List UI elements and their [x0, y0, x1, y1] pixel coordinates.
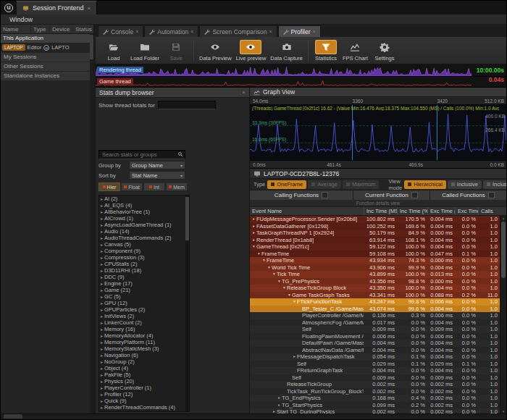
event-row[interactable]: ▸Start TG_DuringPhysics 0.002 ms 0.0 % 0…: [250, 408, 500, 413]
scrollbar-thumb[interactable]: [185, 197, 189, 240]
expander-icon[interactable]: ▸: [99, 392, 104, 397]
tab-automation[interactable]: Automation ×: [144, 25, 198, 37]
stat-group-rhi[interactable]: ▸ RHI (11): [99, 411, 185, 412]
expander-icon[interactable]: ▸: [99, 274, 104, 280]
expander-icon[interactable]: ▸: [99, 327, 104, 332]
event-row[interactable]: ▾FrameTime 59.108 ms 100.0 % 0.047 ms 0.…: [250, 251, 500, 258]
stat-filter-int[interactable]: Int: [143, 182, 165, 191]
stat-group-aicrowd[interactable]: ▸ AICrowd (1): [99, 215, 185, 222]
stat-group-profiler[interactable]: ▸ Profiler (12): [99, 391, 185, 398]
graph-time-ruler-bottom[interactable]: 0.0ms 461.4s 469.9s 0.0 KB: [250, 160, 506, 168]
expander-icon[interactable]: ▸: [99, 222, 104, 227]
expander-icon[interactable]: ▾: [272, 271, 277, 278]
expander-icon[interactable]: ▸: [99, 385, 104, 390]
expander-icon[interactable]: ▾: [277, 278, 282, 285]
stat-group-renderthreadcommands[interactable]: ▸ RenderThreadCommands (4): [99, 404, 185, 411]
expander-icon[interactable]: ▸: [99, 248, 104, 253]
close-panel-icon[interactable]: ×: [242, 89, 246, 96]
event-row[interactable]: ▸FMessageDispatchTask 0.054 ms 0.1 % 0.0…: [250, 353, 500, 361]
timeline-overview[interactable]: Rendering thread Game thread 10:00.00s 0…: [96, 64, 506, 88]
expander-icon[interactable]: ▾: [267, 264, 272, 272]
col-inc-time-pct[interactable]: Inc Time (%): [397, 207, 427, 215]
expander-icon[interactable]: ▾: [256, 251, 261, 258]
graph-view-header[interactable]: Graph View: [250, 88, 506, 97]
profiler-session-header[interactable]: LAPTOP-0CD27B8L-12376: [250, 169, 506, 179]
event-row[interactable]: ▾FTickFunctionTask 43.247 ms 99.8 % 0.00…: [250, 298, 500, 306]
event-row[interactable]: ▸RenderThread [0x1ab8] 63.914 ms 108.1 %…: [250, 237, 500, 244]
session-this-application[interactable]: This Application: [1, 34, 93, 43]
event-row[interactable]: Self 0.009 ms 0.0 % 0.009 ms 0.0 % 1.0: [250, 374, 500, 382]
panel-options-icon[interactable]: [411, 192, 418, 198]
toolbar-data-preview-button[interactable]: Data Preview: [197, 40, 234, 62]
thread-totals-input[interactable]: [158, 101, 216, 109]
event-row[interactable]: ▸FAssetDataGatherer [0x1298] 100.252 ms …: [250, 223, 500, 230]
event-row[interactable]: ▾FrameTime 43.934 ms 74.3 % 0.000 ms 0.0…: [250, 257, 500, 264]
panel-header-called-functions[interactable]: Called Functions: [430, 190, 506, 200]
stat-group-linkercount[interactable]: ▸ LinkerCount (2): [99, 319, 185, 326]
expander-icon[interactable]: ▸: [99, 379, 104, 384]
tab-console[interactable]: Console ×: [98, 25, 143, 37]
expander-icon[interactable]: ▸: [99, 242, 104, 247]
expander-icon[interactable]: ▾: [251, 243, 256, 251]
stat-group-navigation[interactable]: ▸ Navigation (6): [99, 352, 185, 358]
stat-filter-mem[interactable]: Mem: [166, 182, 188, 191]
stat-group-gpu[interactable]: ▸ GPU (12): [99, 300, 185, 306]
event-row[interactable]: ▸TaskGraphThreadNP 1 [0x2924] 50.179 ms …: [250, 230, 500, 237]
menu-window[interactable]: Window: [7, 16, 35, 23]
event-row[interactable]: BP_Tester_C /Game/MassMovement/UEDPIE_0_…: [250, 306, 500, 313]
button-hierarchical[interactable]: Hierarchical: [404, 180, 446, 189]
stat-group-aibehaviortree[interactable]: ▸ AIBehaviorTree (1): [99, 209, 185, 215]
col-inc-time-ms[interactable]: Inc Time (MS: [364, 207, 397, 215]
col-device[interactable]: Device: [50, 26, 73, 33]
panel-options-icon[interactable]: [322, 192, 328, 198]
close-tab-icon[interactable]: ×: [88, 5, 91, 12]
stat-filter-float[interactable]: Float: [121, 182, 143, 191]
expander-icon[interactable]: ▸: [99, 287, 104, 293]
event-row[interactable]: ▾ReleaseTickGroup Block 43.350 ms 100.0 …: [250, 285, 500, 292]
toolbar-settings-button[interactable]: Settings: [370, 40, 399, 62]
expander-icon[interactable]: ▸: [251, 237, 256, 244]
expander-icon[interactable]: ▸: [99, 346, 104, 351]
graph-canvas[interactable]: (Threads) GameThread [0x2f1c] 16.62 - (V…: [250, 105, 506, 160]
col-exc-time-ms[interactable]: Exc Time (M: [427, 207, 455, 215]
stat-group-memoryallocator[interactable]: ▸ MemoryAllocator (4): [99, 332, 185, 339]
event-row[interactable]: Self 0.029 ms 0.1 % 0.029 ms 0.1 % 1.0: [250, 361, 500, 368]
tab-close-icon[interactable]: ×: [269, 29, 272, 34]
button-oneframe[interactable]: OneFrame: [267, 180, 306, 189]
event-row[interactable]: Self 0.009 ms 0.0 % 0.009 ms 0.0 % 1.0: [250, 326, 500, 333]
col-status[interactable]: Status: [73, 26, 93, 33]
stat-group-memory[interactable]: ▸ Memory (16): [99, 326, 185, 332]
stat-group-object[interactable]: ▸ Object (4): [99, 365, 185, 371]
expander-icon[interactable]: ▸: [99, 203, 104, 208]
expander-icon[interactable]: ▸: [99, 307, 104, 312]
expander-icon[interactable]: ▸: [99, 229, 104, 234]
panel-header-current-function[interactable]: Current Function: [353, 190, 430, 200]
button-inclusive[interactable]: Inclusive: [448, 180, 482, 189]
expander-icon[interactable]: ▸: [99, 216, 104, 221]
toolbar-live-preview-button[interactable]: Live preview: [234, 40, 269, 62]
expander-icon[interactable]: ▾: [261, 257, 267, 264]
stat-group-nogroup[interactable]: ▸ NoGroup (2): [99, 358, 185, 365]
tab-screen-comparison[interactable]: Screen Comparison ×: [199, 25, 277, 37]
expander-icon[interactable]: ▸: [99, 353, 104, 358]
session-group-standalone-instances[interactable]: Standalone Instances: [1, 72, 93, 80]
expander-icon[interactable]: ▸: [99, 294, 104, 299]
panel-options-icon[interactable]: [488, 192, 495, 198]
stat-group-initviews[interactable]: ▸ InitViews (2): [99, 313, 185, 319]
scrollbar-thumb[interactable]: [90, 35, 93, 59]
stat-filter-hier[interactable]: Hier: [99, 182, 120, 191]
expander-icon[interactable]: ▸: [99, 405, 104, 410]
col-name[interactable]: Name: [1, 26, 31, 33]
expander-icon[interactable]: ▸: [99, 359, 104, 364]
stat-group-audio[interactable]: ▸ Audio (14): [99, 228, 185, 235]
toolbar-save-button[interactable]: Save: [162, 40, 190, 62]
event-row[interactable]: AbstractNavData /Game/MassMovement/UEDPI…: [250, 347, 500, 354]
stat-groups-list[interactable]: ▸ AI (2) ▸ AI_EQS (4) ▸ AIBehaviorTree (…: [99, 195, 190, 412]
stat-group-cpustalls[interactable]: ▸ CPUStalls (2): [99, 261, 185, 267]
expander-icon[interactable]: ▸: [99, 255, 104, 260]
event-row[interactable]: FloatingPawnMovement /Game/MassMovement/…: [250, 333, 500, 340]
event-row[interactable]: ▾World Tick Time 43.906 ms 99.9 % 0.004 …: [250, 264, 500, 272]
stat-group-asyncloadgamethread[interactable]: ▸ AsyncLoadGameThread (1): [99, 222, 185, 228]
col-exc-time-pct[interactable]: Exc Time (: [455, 207, 478, 215]
stat-group-canvas[interactable]: ▸ Canvas (5): [99, 241, 185, 248]
